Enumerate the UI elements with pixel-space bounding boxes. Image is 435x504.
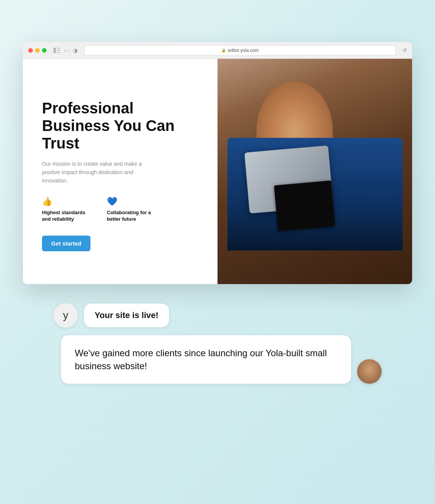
feature-2-label: Collaborating for a better future [107,210,160,223]
get-started-button[interactable]: Get started [42,236,90,251]
outer-container: ‹ › ◑ 🔒 editor.yola.com ↺ Professional B… [23,42,412,481]
browser-toolbar: ‹ › ◑ 🔒 editor.yola.com ↺ [23,42,412,59]
yola-letter: y [63,309,68,321]
browser-window: ‹ › ◑ 🔒 editor.yola.com ↺ Professional B… [23,42,412,284]
brightness-icon: ◑ [73,47,77,53]
yola-avatar: y [53,303,78,328]
back-arrow-icon[interactable]: ‹ [64,47,66,53]
reload-icon[interactable]: ↺ [403,47,407,53]
lock-icon: 🔒 [221,48,226,52]
site-live-bubble: Your site is live! [84,304,169,327]
testimonial-bubble: We've gained more clients since launchin… [61,335,382,384]
user-avatar-face [357,359,382,384]
thumbs-up-icon: 👍 [42,197,95,207]
svg-rect-0 [53,48,56,53]
forward-arrow-icon[interactable]: › [68,47,69,53]
feature-1-label: Highest standards and reliability [42,210,95,223]
sidebar-toggle-icon[interactable] [53,48,60,53]
nav-arrows: ‹ › [64,47,69,53]
maximize-button[interactable] [42,48,47,53]
traffic-lights [28,48,47,53]
close-button[interactable] [28,48,33,53]
minimize-button[interactable] [35,48,40,53]
feature-item-1: 👍 Highest standards and reliability [42,197,95,223]
address-bar[interactable]: 🔒 editor.yola.com [84,45,396,55]
svg-rect-2 [57,50,60,51]
site-live-notification: y Your site is live! [53,303,382,328]
browser-content: Professional Business You Can Trust Our … [23,59,412,284]
svg-rect-3 [57,52,60,53]
features-row: 👍 Highest standards and reliability 💙 Co… [42,197,198,223]
chat-section: y Your site is live! We've gained more c… [23,284,412,399]
hero-description: Our mission is to create value and make … [42,160,149,185]
hero-image [218,59,412,284]
left-panel: Professional Business You Can Trust Our … [23,59,218,284]
testimonial-text: We've gained more clients since launchin… [61,335,351,384]
hero-title: Professional Business You Can Trust [42,99,198,152]
feature-item-2: 💙 Collaborating for a better future [107,197,160,223]
hero-image-placeholder [218,59,412,284]
url-text: editor.yola.com [228,48,259,53]
svg-rect-1 [57,48,60,48]
heart-icon: 💙 [107,197,160,207]
user-avatar [357,359,382,384]
